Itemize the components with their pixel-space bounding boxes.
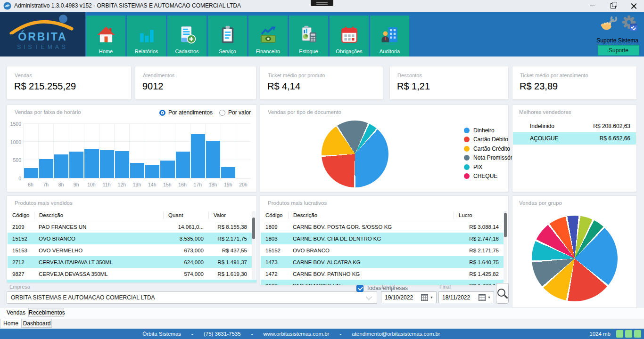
kpi-card-descontos: Descontos R$ 1,21: [389, 66, 509, 100]
table-row[interactable]: 1472CARNE BOV. PATINHO KGR$ 1.425,82: [261, 268, 504, 280]
column-header[interactable]: Código: [261, 212, 288, 219]
legend-dot-icon: [464, 164, 470, 170]
final-date-value: 18/11/2022: [439, 294, 479, 301]
seller-row[interactable]: AÇOUGUE R$ 6.652,66: [513, 132, 636, 145]
scrollbar-thumb[interactable]: [252, 218, 255, 239]
bar: [191, 134, 205, 178]
table-row[interactable]: 15153OVO VERMELHO673,000R$ 437,55: [8, 244, 252, 256]
nav-button-home[interactable]: Home: [86, 16, 125, 56]
vertical-scrollbar[interactable]: [504, 211, 507, 282]
logo: ÓRBITA SISTEMAS: [0, 12, 85, 56]
table-row[interactable]: 2712CERVEJA ITAIPAVA LT 350ML624,000R$ 1…: [8, 256, 252, 268]
column-header[interactable]: Código: [8, 212, 34, 219]
nav-button-auditoria[interactable]: Auditoria: [370, 16, 409, 56]
table-cell: 15153: [8, 248, 34, 253]
footer-phone: (75) 3631-7535: [204, 331, 241, 337]
todas-empresas-checkbox[interactable]: [356, 285, 363, 292]
nav-button-relatorios[interactable]: Relatórios: [127, 16, 166, 56]
column-header[interactable]: Lucro: [454, 212, 504, 219]
calendar-icon[interactable]: [421, 294, 428, 301]
x-tick-label: 16h: [175, 182, 190, 187]
table-row[interactable]: 9827CERVEJA DEVASSA 350ML574,000R$ 1.619…: [8, 268, 252, 280]
kpi-card-atendimentos: Atendimentos 9012: [135, 66, 256, 100]
bar: [130, 163, 144, 178]
table-cell: CARNE BOV. CHA DE DENTRO KG: [288, 236, 454, 242]
nav-label: Financeiro: [256, 48, 280, 54]
table-cell: 624,000: [163, 259, 208, 265]
seller-name: Indefinido: [530, 120, 554, 132]
table-row[interactable]: 1809CARNE BOV. POSTA GOR. S/OSSO KGR$ 3.…: [261, 221, 504, 233]
table-cell: 2109: [8, 224, 34, 230]
minimize-button[interactable]: [582, 0, 603, 12]
audit-icon: [380, 23, 400, 47]
legend-label: Nota Promissória: [473, 154, 517, 161]
legend-label: Cartão Débito: [473, 136, 508, 143]
radio-label: Por valor: [228, 109, 251, 116]
dashboard: Vendas R$ 215.255,29 Atendimentos 9012 T…: [0, 56, 644, 308]
nav-button-financeiro[interactable]: Financeiro: [248, 16, 288, 56]
column-header[interactable]: Descrição: [34, 212, 163, 219]
table-cell: OVO BRANCO: [34, 236, 163, 242]
legend-dot-icon: [464, 137, 470, 142]
column-header[interactable]: Descrição: [288, 212, 454, 219]
table-cell: R$ 2.171,75: [454, 248, 504, 253]
bar: [206, 141, 220, 178]
table-cell: 1472: [261, 271, 288, 277]
support-button[interactable]: Suporte: [598, 45, 639, 56]
bar: [24, 168, 38, 178]
system-update-gear-icon[interactable]: [620, 14, 638, 34]
search-icon: [497, 289, 505, 297]
table-row[interactable]: 15152OVO BRANCO3.535,000R$ 2.171,75: [8, 233, 252, 244]
table-row[interactable]: 1803CARNE BOV. CHA DE DENTRO KGR$ 2.747,…: [261, 233, 504, 244]
minimize-icon: [590, 6, 595, 7]
support-hand-wrench-icon[interactable]: [601, 15, 618, 33]
inicial-label: Inicial: [382, 284, 395, 290]
kpi-card-ticket-produto: Ticket médio por produto R$ 4,14: [260, 66, 383, 100]
table-cell: R$ 2.747,16: [454, 236, 504, 242]
radio-por-atendimentos[interactable]: [159, 110, 165, 116]
radio-por-valor[interactable]: [219, 110, 225, 116]
bar: [160, 161, 174, 178]
close-icon: [631, 3, 637, 9]
calendar-icon[interactable]: [479, 294, 486, 301]
inner-tab-strip: Vendas Recebimentos: [0, 308, 644, 319]
tab-home[interactable]: Home: [0, 319, 22, 328]
nav-button-obrigacoes[interactable]: Obrigações: [330, 16, 369, 56]
inicial-date-field[interactable]: 19/10/2022 ▼: [381, 291, 437, 303]
table-row[interactable]: 15152OVO BRANCOR$ 2.171,75: [261, 244, 504, 256]
window-title: Administrativo 1.3.0.4983 v152 - ORBITA …: [14, 0, 241, 12]
table-cell: R$ 8.155,38: [208, 224, 252, 230]
table-cell: 3.535,000: [163, 236, 208, 242]
empresa-combobox[interactable]: ORBITA SISTEMAS E AUTOMACAO COMERCIAL LT…: [7, 291, 377, 304]
scrollbar-thumb[interactable]: [504, 213, 507, 237]
dropdown-arrow-icon[interactable]: ▼: [430, 296, 433, 299]
final-date-field[interactable]: 18/11/2022 ▼: [438, 291, 494, 303]
kpi-card-ticket-atendimento: Ticket médio por atendimento R$ 23,89: [512, 66, 637, 100]
close-button[interactable]: [623, 0, 644, 12]
legend-dot-icon: [464, 155, 470, 161]
footer-separator: -: [251, 331, 253, 337]
table-cell: OVO VERMELHO: [34, 248, 163, 253]
table-row[interactable]: 2109PAO FRANCES UN14.061,0...R$ 8.155,38: [8, 221, 252, 233]
table-cell: 2712: [8, 259, 34, 265]
tab-vendas[interactable]: Vendas: [4, 308, 28, 318]
table-row[interactable]: 1473CARNE BOV. ALCATRA KGR$ 1.640,75: [261, 256, 504, 268]
seller-row[interactable]: Indefinido R$ 208.602,63: [513, 120, 636, 132]
maximize-button[interactable]: [603, 0, 623, 12]
x-tick-label: 9h: [69, 182, 84, 187]
app-window: Administrativo 1.3.0.4983 v152 - ORBITA …: [0, 0, 644, 339]
tab-recebimentos[interactable]: Recebimentos: [28, 308, 64, 317]
vertical-scrollbar[interactable]: [252, 211, 256, 280]
nav-button-servico[interactable]: Serviço: [208, 16, 247, 56]
column-header[interactable]: Quant: [163, 212, 208, 219]
nav-button-estoque[interactable]: Estoque: [289, 16, 328, 56]
memory-usage: 1024 mb: [589, 331, 611, 337]
nav-button-cadastros[interactable]: Cadastros: [167, 16, 206, 56]
x-tick-label: 7h: [38, 182, 53, 187]
dropdown-arrow-icon[interactable]: ▼: [487, 296, 491, 299]
search-button[interactable]: [496, 283, 509, 304]
bar: [145, 165, 159, 178]
legend-item: Cartão Crédito: [464, 144, 517, 153]
column-header[interactable]: Valor: [208, 212, 252, 219]
tab-dashboard[interactable]: Dashboard: [22, 319, 52, 328]
